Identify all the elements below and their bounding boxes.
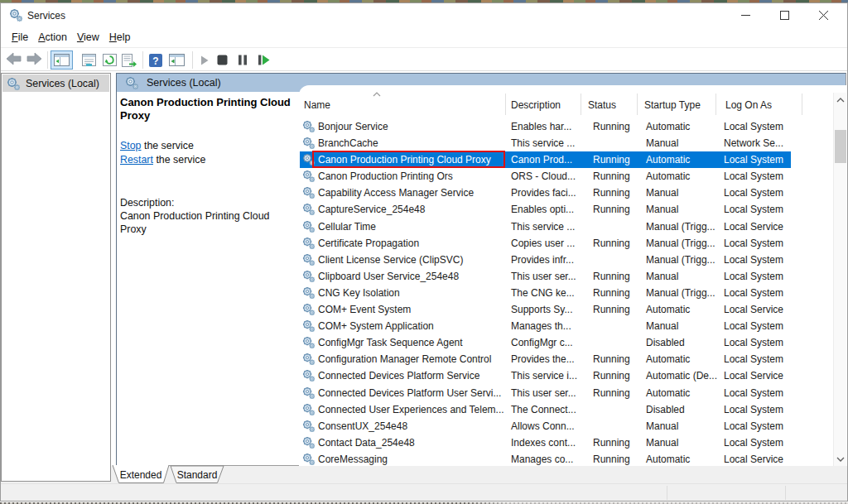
column-header-description[interactable]: Description xyxy=(511,99,561,111)
cell-logon: Local Service xyxy=(724,367,783,384)
cell-status: Running xyxy=(593,235,630,252)
column-header-startup-type[interactable]: Startup Type xyxy=(644,99,701,111)
tab-extended[interactable]: Extended xyxy=(113,465,169,483)
cell-startup: Automatic (De... xyxy=(646,367,717,384)
close-button[interactable] xyxy=(804,3,843,27)
cell-desc: Copies user ... xyxy=(511,235,575,252)
column-header-log-on-as[interactable]: Log On As xyxy=(725,99,772,111)
service-gear-icon xyxy=(302,186,315,199)
service-row[interactable]: Canon Production Printing Cloud ProxyCan… xyxy=(300,151,833,168)
cell-startup: Manual xyxy=(646,318,678,334)
cell-logon: Local System xyxy=(724,252,783,268)
red-highlight-box xyxy=(312,151,505,168)
service-row[interactable]: Client License Service (ClipSVC)Provides… xyxy=(300,252,833,268)
service-row[interactable]: ConsentUX_254e48Allows Conn...ManualLoca… xyxy=(300,418,833,434)
service-row[interactable]: Contact Data_254e48Indexes cont...Runnin… xyxy=(300,434,833,451)
properties-button[interactable] xyxy=(79,52,99,68)
cell-startup: Automatic xyxy=(646,385,690,401)
service-row[interactable]: CNG Key IsolationThe CNG ke...RunningMan… xyxy=(300,285,833,301)
cell-status: Running xyxy=(593,385,630,401)
service-gear-icon xyxy=(302,237,315,249)
service-gear-icon xyxy=(302,369,315,382)
service-row[interactable]: BranchCacheThis service ...ManualNetwork… xyxy=(300,135,833,151)
export-list-icon xyxy=(122,54,137,67)
service-row[interactable]: Connected Devices Platform ServiceThis s… xyxy=(300,367,833,384)
menu-action[interactable]: Action xyxy=(33,29,72,46)
show-action-pane-button[interactable] xyxy=(166,52,186,68)
chevron-down-icon xyxy=(836,456,846,463)
cell-logon: Local System xyxy=(724,351,783,367)
cell-startup: Automatic xyxy=(646,168,690,185)
service-row[interactable]: Clipboard User Service_254e48This user s… xyxy=(300,268,833,285)
extended-detail-panel: Canon Production Printing Cloud Proxy St… xyxy=(120,96,304,122)
play-icon xyxy=(200,55,209,65)
service-gear-icon xyxy=(302,270,315,282)
minimize-button[interactable] xyxy=(726,3,765,27)
column-header-status[interactable]: Status xyxy=(588,99,616,111)
refresh-button[interactable] xyxy=(100,52,119,68)
cell-startup: Automatic xyxy=(646,301,690,318)
vertical-scrollbar[interactable] xyxy=(833,93,846,466)
stop-service-button[interactable] xyxy=(215,54,229,66)
menu-view[interactable]: View xyxy=(72,29,104,46)
tree-item-services-local[interactable]: Services (Local) xyxy=(2,74,109,92)
cell-desc: Canon Prod... xyxy=(511,151,572,168)
service-row[interactable]: Connected Devices Platform User Servi...… xyxy=(300,385,833,401)
cell-name: ConsentUX_254e48 xyxy=(318,418,407,434)
cell-name: Bonjour Service xyxy=(318,118,388,135)
show-console-tree-button[interactable] xyxy=(51,50,73,70)
maximize-button[interactable] xyxy=(765,3,804,27)
menu-help[interactable]: Help xyxy=(104,29,136,46)
service-row[interactable]: Certificate PropagationCopies user ...Ru… xyxy=(300,235,833,252)
cell-name: COM+ System Application xyxy=(318,318,434,334)
cell-startup: Manual (Trigg... xyxy=(646,235,716,252)
service-row[interactable]: Connected User Experiences and Telem...T… xyxy=(300,401,833,418)
stop-service-link[interactable]: Stop xyxy=(120,140,142,151)
scroll-down-button[interactable] xyxy=(834,452,847,466)
export-list-button[interactable] xyxy=(119,52,139,68)
svg-text:Standard: Standard xyxy=(177,469,218,481)
service-row[interactable]: Bonjour ServiceEnables har...RunningAuto… xyxy=(300,118,833,135)
cell-startup: Disabled xyxy=(646,334,685,351)
cell-logon: Local System xyxy=(724,318,783,334)
service-row[interactable]: Configuration Manager Remote ControlProv… xyxy=(300,351,833,367)
back-button[interactable] xyxy=(6,52,22,65)
svg-text:?: ? xyxy=(152,55,158,66)
scrollbar-thumb[interactable] xyxy=(835,130,846,163)
cell-name: Certificate Propagation xyxy=(318,235,419,252)
cell-status: Running xyxy=(593,301,630,318)
cell-desc: This user ser... xyxy=(511,268,576,285)
cell-logon: Local Service xyxy=(724,218,783,235)
menu-file[interactable]: File xyxy=(7,29,33,46)
forward-button[interactable] xyxy=(26,52,42,65)
cell-startup: Automatic xyxy=(646,151,690,168)
pause-service-button[interactable] xyxy=(236,54,249,66)
cell-startup: Manual xyxy=(646,268,678,285)
start-service-button[interactable] xyxy=(198,54,211,66)
service-gear-icon xyxy=(302,403,315,415)
service-row[interactable]: Capability Access Manager ServiceProvide… xyxy=(300,185,833,201)
service-gear-icon xyxy=(302,303,315,315)
service-row[interactable]: CoreMessagingManages co...RunningAutomat… xyxy=(300,451,833,466)
scroll-up-button[interactable] xyxy=(834,93,847,107)
service-row[interactable]: Cellular TimeThis service ...Manual (Tri… xyxy=(300,218,833,235)
service-gear-icon xyxy=(302,353,315,365)
tab-standard[interactable]: Standard xyxy=(171,466,224,483)
cell-startup: Manual xyxy=(646,418,678,434)
help-icon: ? xyxy=(149,54,162,67)
cell-desc: Provides the... xyxy=(511,351,575,367)
service-row[interactable]: COM+ Event SystemSupports Sy...RunningAu… xyxy=(300,301,833,318)
service-gear-icon xyxy=(302,319,315,332)
action-pane-icon xyxy=(169,54,185,66)
service-row[interactable]: Canon Production Printing OrsORS - Cloud… xyxy=(300,168,833,185)
cell-status: Running xyxy=(593,367,630,384)
column-header-name[interactable]: Name xyxy=(304,99,330,111)
help-button[interactable]: ? xyxy=(147,52,165,68)
service-row[interactable]: COM+ System ApplicationManages th...Manu… xyxy=(300,318,833,334)
service-row[interactable]: ConfigMgr Task Sequence AgentConfigMgr c… xyxy=(300,334,833,351)
restart-service-link[interactable]: Restart xyxy=(120,154,153,166)
cell-startup: Manual (Trigg... xyxy=(646,218,716,235)
cell-logon: Local System xyxy=(724,168,783,185)
restart-service-button[interactable] xyxy=(255,54,272,66)
service-row[interactable]: CaptureService_254e48Enables opti...Runn… xyxy=(300,201,833,218)
